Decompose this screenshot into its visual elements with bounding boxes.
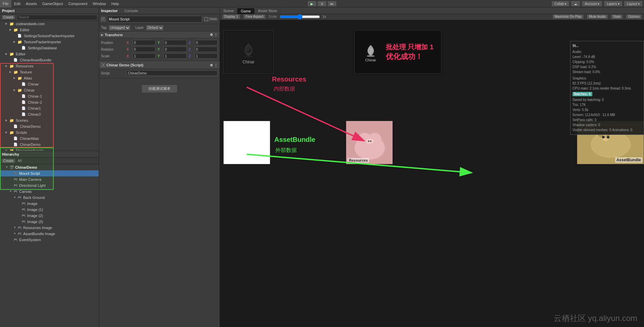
scale-label: Scale xyxy=(269,15,277,18)
project-tree-item-12[interactable]: 📄Chinar-1 xyxy=(0,93,99,99)
account-button[interactable]: Account ▾ xyxy=(582,1,602,7)
hierarchy-item-10[interactable]: ▼🎮AssetBundle Image xyxy=(0,231,99,237)
rot-y-field[interactable]: 0 xyxy=(164,47,186,52)
display-selector[interactable]: Display 1 xyxy=(222,14,240,19)
project-tree-item-11[interactable]: ▶📁Chinar xyxy=(0,87,99,93)
scale-y-field[interactable]: 1 xyxy=(164,53,186,59)
project-tree: ▶📁codeandweb.com▶📁Editor 📄SettingsTextur… xyxy=(0,21,99,151)
hierarchy-item-7[interactable]: 🎮Image (2) xyxy=(0,213,99,219)
project-tree-item-4[interactable]: 📄SettingsDatabase xyxy=(0,45,99,51)
menu-assets[interactable]: Assets xyxy=(23,0,40,7)
project-tree-item-14[interactable]: 📄Chinar1 xyxy=(0,105,99,111)
scale-slider[interactable] xyxy=(280,14,320,19)
create-btn[interactable]: Create xyxy=(1,15,15,20)
menu-component[interactable]: Component xyxy=(65,0,90,7)
project-tree-item-16[interactable]: ▶📁Scenes xyxy=(0,117,99,123)
console-tab[interactable]: Console xyxy=(125,9,138,13)
project-tree-item-8[interactable]: ▶📁Texture xyxy=(0,69,99,75)
play-button[interactable]: ▶ xyxy=(307,1,317,7)
mute-audio[interactable]: Mute Audio xyxy=(587,14,608,19)
tab-scene[interactable]: Scene xyxy=(220,8,237,14)
resources-game-image: Resources xyxy=(346,121,393,164)
hierarchy-item-1[interactable]: 🎮Main Camera xyxy=(0,176,99,182)
scale-x-field[interactable]: 1 xyxy=(133,53,155,59)
project-tree-item-10[interactable]: 📄Chinar xyxy=(0,81,99,87)
project-tree-item-15[interactable]: 📄Chinar2 xyxy=(0,111,99,117)
project-tree-item-0[interactable]: ▶📁codeandweb.com xyxy=(0,21,99,27)
hierarchy-item-6[interactable]: 🎮Image (1) xyxy=(0,207,99,213)
static-checkbox[interactable]: Static xyxy=(204,17,218,21)
aspect-selector[interactable]: Free Aspect xyxy=(243,14,266,19)
svg-point-0 xyxy=(243,56,254,58)
hierarchy-item-3[interactable]: ▼🎮Canvas xyxy=(0,188,99,195)
project-tree-item-19[interactable]: 📄ChinarAtlas xyxy=(0,135,99,142)
menu-help[interactable]: Help xyxy=(108,0,122,7)
project-tree-item-6[interactable]: 📄ChinarAssetBundle xyxy=(0,57,99,63)
project-tree-item-20[interactable]: 📄ChinarDemo xyxy=(0,142,99,148)
hierarchy-item-9[interactable]: ▼🎮Resources Image xyxy=(0,225,99,231)
project-tree-item-3[interactable]: ▶📁TexturePackerImporter xyxy=(0,39,99,45)
audio-clipping: Clipping: 0.0% xyxy=(572,59,642,64)
layout-button[interactable]: Layout ▾ xyxy=(624,1,643,7)
graphics-label: Graphics: xyxy=(572,76,642,81)
menu-gameobject[interactable]: GameObject xyxy=(40,0,66,7)
menu-file[interactable]: File xyxy=(0,0,11,7)
rot-z-field[interactable]: 0 xyxy=(195,47,218,52)
mount-script-button[interactable]: 挂载测试脚本 xyxy=(141,85,178,93)
project-tree-item-1[interactable]: ▶📁Editor xyxy=(0,27,99,33)
project-tab[interactable]: Project xyxy=(2,9,14,13)
scale-z-field[interactable]: 1 xyxy=(195,53,218,59)
component-active-checkbox[interactable] xyxy=(101,63,105,67)
tab-asset-store[interactable]: Asset Store xyxy=(255,8,281,14)
position-label: Position xyxy=(101,41,125,45)
component-settings[interactable]: ⚙ xyxy=(210,63,213,67)
hierarchy-item-8[interactable]: 🎮Image (3) xyxy=(0,219,99,225)
project-search[interactable] xyxy=(17,15,97,20)
rot-x-field[interactable]: 0 xyxy=(133,47,155,52)
hierarchy-create-btn[interactable]: Create xyxy=(1,158,15,163)
collab-button[interactable]: Collab ▾ xyxy=(551,1,569,7)
project-tree-item-13[interactable]: 📄Chinar-2 xyxy=(0,99,99,105)
component-menu[interactable]: ⋮ xyxy=(214,63,218,67)
project-tree-item-2[interactable]: 📄SettingsTexturePackerImporter xyxy=(0,33,99,39)
script-value-field[interactable]: ChinarDemo xyxy=(127,70,218,76)
hierarchy-title[interactable]: Hierarchy xyxy=(2,152,19,156)
hierarchy-item-0[interactable]: 🎮Mount Script xyxy=(0,170,99,176)
project-tree-item-7[interactable]: ▶📁Resources xyxy=(0,63,99,69)
hierarchy-item-2[interactable]: 🎮Directional Light xyxy=(0,182,99,188)
scene-controls: Display 1 Free Aspect Scale 1x Maximize … xyxy=(220,13,644,20)
layer-selector[interactable]: Default xyxy=(146,25,164,31)
cloud-button[interactable]: ☁ xyxy=(571,1,580,7)
tag-selector[interactable]: Untagged xyxy=(108,25,131,31)
hierarchy-item-5[interactable]: 🎮Image xyxy=(0,201,99,207)
inspector-tab[interactable]: Inspector xyxy=(101,9,118,13)
pause-button[interactable]: ⏸ xyxy=(317,1,327,7)
pos-y-field[interactable]: 0 xyxy=(164,40,186,45)
gizmos-btn[interactable]: Gizmos xyxy=(626,14,642,19)
pos-x-field[interactable]: 0 xyxy=(133,40,155,45)
transform-menu[interactable]: ⋮ xyxy=(214,33,218,37)
transform-settings[interactable]: ⚙ xyxy=(210,33,213,37)
pos-z-field[interactable]: 0 xyxy=(195,40,218,45)
stats-btn[interactable]: Stats xyxy=(611,14,623,19)
resources-annotation: Resources xyxy=(272,75,306,83)
project-tree-item-18[interactable]: ▶📁Scripts xyxy=(0,129,99,135)
layers-button[interactable]: Layers ▾ xyxy=(604,1,623,7)
project-tree-item-5[interactable]: ▶📁Editor xyxy=(0,51,99,57)
hierarchy-item-11[interactable]: 🎮EventSystem xyxy=(0,237,99,243)
menu-window[interactable]: Window xyxy=(90,0,108,7)
step-button[interactable]: ⏭ xyxy=(327,1,337,7)
object-active-checkbox[interactable] xyxy=(101,17,105,21)
tab-game[interactable]: Game xyxy=(237,8,255,14)
resources-label-img: Resources xyxy=(348,158,369,163)
hierarchy-item-4[interactable]: ▼🎮Back Ground xyxy=(0,195,99,201)
hierarchy-scene-root[interactable]: ▼🎬ChinarDemo xyxy=(0,164,99,170)
maximize-on-play[interactable]: Maximize On Play xyxy=(552,14,584,19)
object-name-field[interactable] xyxy=(107,16,202,22)
project-tree-item-21[interactable]: ▶📁StreamingAssets xyxy=(0,148,99,151)
static-check[interactable] xyxy=(204,17,208,21)
menu-edit[interactable]: Edit xyxy=(11,0,23,7)
hierarchy-all-label[interactable]: All xyxy=(17,159,22,163)
project-tree-item-17[interactable]: 📄ChinarDemo xyxy=(0,123,99,129)
project-tree-item-9[interactable]: ▶📁Atlas xyxy=(0,75,99,81)
